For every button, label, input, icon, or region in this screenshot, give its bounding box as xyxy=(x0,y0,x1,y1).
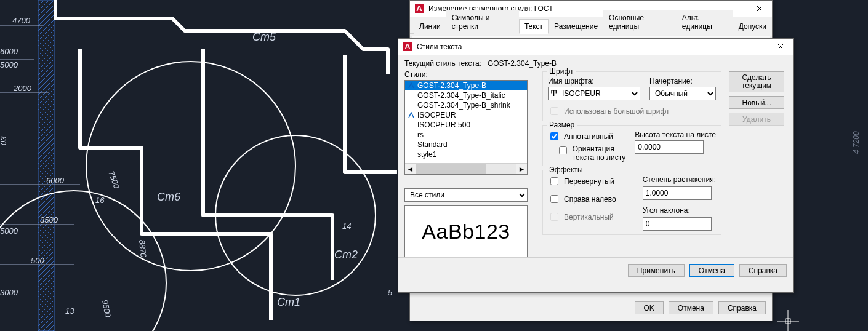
styles-listbox[interactable]: GOST-2.304_Type-B GOST-2.304_Type-B_ital… xyxy=(404,80,528,175)
list-item-label: Standard xyxy=(417,140,448,149)
svg-text:Ст1: Ст1 xyxy=(277,296,300,308)
svg-rect-0 xyxy=(38,0,54,331)
autocad-icon: A xyxy=(402,41,413,52)
annotative-icon xyxy=(408,112,415,118)
delete-button: Удалить xyxy=(729,113,784,126)
list-item[interactable]: Standard xyxy=(405,140,527,150)
list-item[interactable]: rs xyxy=(405,130,527,140)
styles-label: Стили: xyxy=(404,70,534,79)
svg-text:6000: 6000 xyxy=(46,176,65,185)
close-icon[interactable] xyxy=(747,1,772,17)
svg-text:3500: 3500 xyxy=(40,215,58,225)
oblique-label: Угол наклона: xyxy=(643,206,716,215)
size-group-legend: Размер xyxy=(547,121,577,129)
svg-text:9500: 9500 xyxy=(100,299,113,319)
current-style-label: Текущий стиль текста: xyxy=(404,59,481,68)
list-item-label: ISOCPEUR xyxy=(417,111,456,119)
svg-text:7500: 7500 xyxy=(106,170,121,190)
svg-text:16: 16 xyxy=(95,196,105,205)
svg-text:14: 14 xyxy=(342,221,351,231)
svg-text:03: 03 xyxy=(0,136,8,145)
help-button[interactable]: Справка xyxy=(718,301,766,314)
big-font-checkbox xyxy=(550,107,558,115)
list-hscrollbar[interactable]: ◄ ► xyxy=(405,163,527,174)
backwards-label: Справа налево xyxy=(564,195,616,204)
set-current-button[interactable]: Сделать текущим xyxy=(729,71,784,92)
svg-text:5000: 5000 xyxy=(0,226,18,236)
list-item-label: style1 xyxy=(417,150,436,159)
list-item[interactable]: GOST-2.304_Type-B xyxy=(405,81,527,90)
annotative-label: Аннотативный xyxy=(564,132,613,141)
cancel-button[interactable]: Отмена xyxy=(669,301,713,314)
close-icon[interactable] xyxy=(768,39,793,55)
tab-fit[interactable]: Размещение xyxy=(549,19,603,34)
list-item[interactable]: ISOCPEUR 500 xyxy=(405,120,527,130)
tab-tolerances[interactable]: Допуски xyxy=(733,19,772,34)
tab-text[interactable]: Текст xyxy=(519,19,549,34)
style-filter-select[interactable]: Все стили xyxy=(404,188,528,202)
annotative-icon xyxy=(408,82,415,89)
svg-text:5: 5 xyxy=(388,288,393,297)
text-style-dialog: A Стили текста Текущий стиль текста: GOS… xyxy=(398,38,794,293)
backwards-checkbox[interactable] xyxy=(550,195,558,203)
upside-checkbox[interactable] xyxy=(550,177,558,185)
svg-text:Ст6: Ст6 xyxy=(157,191,181,203)
close-button[interactable]: Отмена xyxy=(689,264,734,277)
help-button[interactable]: Справка xyxy=(739,264,787,277)
list-item[interactable]: GOST-2.304_Type-B_shrink xyxy=(405,100,527,110)
vertical-checkbox xyxy=(550,213,558,221)
svg-text:2000: 2000 xyxy=(13,84,32,93)
effects-group: Эффекты Перевернутый Справа налево Верти… xyxy=(542,170,721,235)
list-item[interactable]: ISOCPEUR xyxy=(405,110,527,120)
new-button[interactable]: Новый... xyxy=(729,96,784,109)
list-item[interactable]: style1 xyxy=(405,150,527,159)
svg-text:8870: 8870 xyxy=(137,239,148,258)
ok-button[interactable]: OK xyxy=(635,301,664,314)
width-factor-label: Степень растяжения: xyxy=(643,175,716,184)
big-font-label: Использовать большой шрифт xyxy=(564,107,670,116)
list-item-label: ISOCPEUR 500 xyxy=(417,121,470,129)
svg-text:500: 500 xyxy=(31,256,44,265)
vertical-label: Вертикальный xyxy=(564,213,614,221)
font-style-label: Начертание: xyxy=(649,77,716,86)
textstyle-titlebar[interactable]: A Стили текста xyxy=(398,39,793,55)
orientation-label: Ориентация текста по листу xyxy=(573,145,630,162)
paper-height-label: Высота текста на листе xyxy=(635,130,716,139)
font-group-legend: Шрифт xyxy=(547,67,576,76)
tab-alt[interactable]: Альт. единицы xyxy=(677,10,733,34)
list-item-label: GOST-2.304_Type-B xyxy=(417,81,486,90)
tab-lines[interactable]: Линии xyxy=(414,19,446,34)
effects-group-legend: Эффекты xyxy=(547,166,585,174)
svg-text:Ст2: Ст2 xyxy=(334,249,358,261)
svg-text:3000: 3000 xyxy=(0,288,18,297)
annotative-checkbox[interactable] xyxy=(550,132,558,140)
svg-text:5000: 5000 xyxy=(0,60,18,70)
textstyle-title: Стили текста xyxy=(417,42,768,51)
size-group: Размер Аннотативный Ориентация текста по… xyxy=(542,125,721,166)
current-style-value: GOST-2.304_Type-B xyxy=(488,59,557,68)
truetype-icon: Ͳ xyxy=(550,89,557,98)
scroll-left-icon[interactable]: ◄ xyxy=(405,164,416,174)
paper-height-field[interactable] xyxy=(635,140,704,154)
svg-point-29 xyxy=(86,62,295,271)
svg-text:13: 13 xyxy=(65,306,74,316)
tab-primary[interactable]: Основные единицы xyxy=(603,10,677,34)
orientation-checkbox[interactable] xyxy=(559,146,567,154)
list-item-label: GOST-2.304_Type-B_italic xyxy=(417,91,505,100)
tab-symbols[interactable]: Символы и стрелки xyxy=(446,10,519,34)
dimstyle-tabs: Линии Символы и стрелки Текст Размещение… xyxy=(410,17,772,34)
oblique-field[interactable] xyxy=(643,217,712,231)
text-preview: AaBb123 xyxy=(404,205,528,257)
font-name-select[interactable]: ISOCPEUR xyxy=(548,87,640,100)
font-style-select[interactable]: Обычный xyxy=(649,87,716,100)
apply-button[interactable]: Применить xyxy=(628,264,685,277)
svg-text:4 7200: 4 7200 xyxy=(852,131,861,154)
list-item[interactable]: GOST-2.304_Type-B_italic xyxy=(405,90,527,100)
width-factor-field[interactable] xyxy=(643,186,712,200)
list-item-label: GOST-2.304_Type-B_shrink xyxy=(417,101,510,110)
svg-text:6000: 6000 xyxy=(0,47,18,56)
svg-text:4700: 4700 xyxy=(12,16,31,25)
scroll-right-icon[interactable]: ► xyxy=(516,164,527,174)
font-name-label: Имя шрифта: xyxy=(548,77,645,86)
font-group: Шрифт Имя шрифта: ISOCPEUR Ͳ xyxy=(542,71,721,121)
